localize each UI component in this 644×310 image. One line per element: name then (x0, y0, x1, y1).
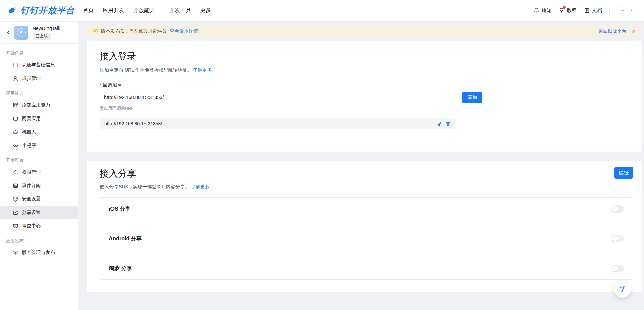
sidebar-item-label: 版本管理与发布 (22, 250, 55, 256)
tutorial-button[interactable]: 教程 (559, 7, 577, 14)
callback-url-input[interactable] (100, 92, 455, 103)
chevron-down-icon (157, 9, 160, 12)
notifications-button[interactable]: 通知 (534, 7, 551, 14)
app-icon (14, 26, 28, 40)
bell-icon (534, 8, 539, 13)
sidebar-item-label: 安全设置 (22, 196, 41, 202)
learn-more-link[interactable]: 了解更多 (193, 67, 212, 73)
info-icon (93, 29, 98, 34)
sidebar-item-label: 小程序 (22, 143, 36, 149)
learn-more-link[interactable]: 了解更多 (191, 184, 210, 189)
edit-button[interactable]: 编辑 (614, 167, 633, 179)
open-lock-icon (13, 169, 18, 175)
sidebar-group-title: 基础信息 (0, 45, 78, 58)
sidebar-item-monitoring[interactable]: 监控中心 (0, 219, 78, 233)
delete-icon[interactable] (445, 121, 451, 126)
rss-icon (13, 183, 18, 188)
sidebar-item-security[interactable]: 安全设置 (0, 192, 78, 206)
share-row-label: Android 分享 (109, 235, 142, 242)
harmony-share-toggle[interactable] (611, 265, 624, 272)
credential-card-icon (13, 62, 18, 68)
sidebar-item-label: 分享设置 (22, 210, 41, 216)
callback-url-item: http://192.168.80.15:31353/ (100, 118, 455, 129)
sidebar-item-label: 机器人 (22, 129, 36, 135)
sidebar-item-label: 事件订阅 (22, 183, 41, 189)
share-row-label: 鸿蒙 分享 (109, 265, 132, 272)
nav-item-dev-tools[interactable]: 开发工具 (169, 7, 191, 14)
toggle-knob (612, 265, 618, 271)
sidebar-item-web-app[interactable]: 网页应用 (0, 112, 78, 125)
sidebar-item-add-capability[interactable]: 添加应用能力 (0, 98, 78, 112)
callback-helper-text: 微应用回调的URL (100, 106, 633, 112)
document-book-icon (584, 8, 590, 13)
close-icon[interactable]: ✕ (631, 29, 636, 34)
member-icon (13, 76, 18, 81)
sidebar-item-version-release[interactable]: 版本管理与发布 (0, 246, 78, 259)
banner-message: 版本发布后，当前修改才能生效 (101, 28, 167, 34)
top-navbar: 钉钉开放平台 首页 应用开发 开放能力 开发工具 更多 通知 教程 (0, 0, 644, 22)
section-title-login: 接入登录 (100, 50, 633, 63)
main-content: 版本发布后，当前修改才能生效 查看版本详情 返回旧版平台 ✕ 接入登录 添加重定… (78, 22, 644, 310)
sidebar-item-members[interactable]: 成员管理 (0, 72, 78, 85)
ios-share-toggle[interactable] (611, 205, 624, 213)
back-to-old-platform-link[interactable]: 返回旧版平台 (598, 28, 626, 34)
sidebar-item-event-subscription[interactable]: 事件订阅 (0, 179, 78, 192)
sidebar-item-label: 添加应用能力 (22, 102, 50, 108)
version-detail-link[interactable]: 查看版本详情 (170, 28, 198, 34)
sidebar-item-permissions[interactable]: 权限管理 (0, 165, 78, 179)
nav-item-capabilities[interactable]: 开放能力 (133, 7, 160, 14)
divider (609, 7, 610, 14)
share-external-icon (13, 210, 18, 215)
sidebar-item-label: 权限管理 (22, 169, 41, 175)
sidebar-group-title: 开发配置 (0, 152, 78, 165)
add-button[interactable]: 添加 (462, 92, 482, 103)
monitor-pulse-icon (13, 223, 18, 229)
version-banner: 版本发布后，当前修改才能生效 查看版本详情 返回旧版平台 ✕ (87, 26, 642, 36)
chevron-down-icon (213, 9, 216, 12)
edit-icon[interactable] (437, 121, 442, 126)
top-nav-menu: 首页 应用开发 开放能力 开发工具 更多 (83, 7, 216, 14)
app-name: NewDingTalk (33, 26, 60, 31)
docs-button[interactable]: 文档 (584, 7, 602, 14)
sidebar-item-label: 网页应用 (22, 116, 41, 122)
dingtalk-wing-icon (8, 6, 17, 15)
dingtalk-logo[interactable]: 钉钉开放平台 (8, 5, 75, 17)
infinity-icon (13, 143, 18, 148)
callback-domain-label: *回调域名 (100, 82, 633, 88)
share-row-label: iOS 分享 (109, 206, 130, 213)
sidebar-item-credentials[interactable]: 凭证与基础信息 (0, 58, 78, 72)
app-header: NewDingTalk 已上线 (0, 22, 78, 44)
share-row-ios: iOS 分享 (100, 197, 633, 220)
toggle-knob (612, 236, 618, 242)
required-asterisk: * (100, 82, 101, 88)
section-title-share: 接入分享 (100, 167, 136, 180)
sidebar-item-share-settings[interactable]: 分享设置 (0, 206, 78, 219)
share-row-harmony: 鸿蒙 分享 (100, 257, 633, 280)
account-menu[interactable]: C&S (617, 6, 633, 16)
sidebar-item-robot[interactable]: 机器人 (0, 125, 78, 139)
logo-text: 钉钉开放平台 (20, 5, 75, 17)
sidebar-group-title: 应用能力 (0, 85, 78, 98)
chevron-down-icon (629, 9, 633, 13)
robot-icon (13, 129, 18, 135)
sidebar-item-label: 成员管理 (22, 75, 41, 82)
ai-assistant-button[interactable] (614, 281, 631, 298)
avatar: C&S (617, 6, 626, 16)
toggle-knob (612, 206, 618, 212)
nav-item-app-dev[interactable]: 应用开发 (103, 7, 124, 14)
share-access-section: 接入分享 编辑 嵌入分享SDK，实现一键登录后内容分享。 了解更多 iOS 分享… (87, 161, 642, 292)
sidebar-group-title: 应用发布 (0, 233, 78, 246)
back-button[interactable] (5, 29, 12, 36)
login-access-section: 接入登录 添加重定向 URL 作为免登授权码跳转地址。 了解更多 *回调域名 添… (87, 41, 642, 152)
sidebar-item-miniapp[interactable]: 小程序 (0, 139, 78, 152)
sidebar-item-label: 监控中心 (22, 223, 41, 229)
android-share-toggle[interactable] (611, 235, 624, 242)
browser-window-icon (13, 116, 18, 121)
nav-item-home[interactable]: 首页 (83, 7, 94, 14)
nav-item-more[interactable]: 更多 (200, 7, 216, 14)
app-status-badge: 已上线 (33, 33, 51, 40)
layers-icon (13, 250, 18, 255)
sidebar-item-label: 凭证与基础信息 (22, 62, 55, 68)
sidebar: NewDingTalk 已上线 基础信息 凭证与基础信息 成员管理 应用能力 (0, 22, 78, 310)
ai-sparkle-slash-icon (618, 285, 627, 293)
